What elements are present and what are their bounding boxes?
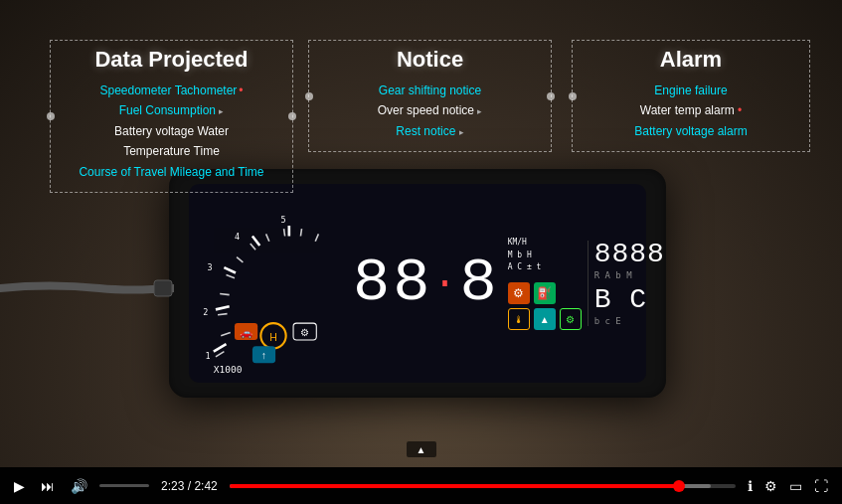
arc-speedometer: 1 2 3 4 5 X1000 🚗 H ⚙ ↑ xyxy=(194,189,353,378)
fullscreen-button[interactable]: ⛶ xyxy=(810,474,832,498)
video-controls-bar: ▶ ⏭ 🔊 2:23 / 2:42 ℹ ⚙ ▭ ⛶ xyxy=(0,467,842,504)
fullscreen-icon: ⛶ xyxy=(814,478,828,494)
svg-line-0 xyxy=(216,352,224,357)
volume-icon: 🔊 xyxy=(71,478,87,494)
svg-text:H: H xyxy=(269,331,277,343)
svg-text:5: 5 xyxy=(280,215,285,225)
current-time: 2:23 xyxy=(161,479,184,493)
svg-text:↑: ↑ xyxy=(261,349,266,361)
svg-line-11 xyxy=(214,344,227,351)
settings-icon: ⚙ xyxy=(764,478,777,494)
hud-device: 1 2 3 4 5 X1000 🚗 H ⚙ ↑ xyxy=(169,169,666,398)
info-icon: ℹ xyxy=(748,478,753,494)
next-icon: ⏭ xyxy=(41,478,55,494)
svg-text:X1000: X1000 xyxy=(214,364,243,375)
svg-line-5 xyxy=(237,257,243,262)
svg-text:4: 4 xyxy=(235,232,240,242)
volume-button[interactable]: 🔊 xyxy=(67,474,91,498)
svg-rect-30 xyxy=(154,280,172,296)
svg-line-7 xyxy=(266,234,269,241)
theater-button[interactable]: ▭ xyxy=(785,474,806,498)
svg-line-4 xyxy=(227,275,235,278)
expand-icon: ▲ xyxy=(417,444,426,455)
video-background: 1 2 3 4 5 X1000 🚗 H ⚙ ↑ xyxy=(0,0,842,467)
progress-bar[interactable] xyxy=(230,484,736,488)
time-display: 2:23 / 2:42 xyxy=(161,479,218,493)
play-button[interactable]: ▶ xyxy=(10,474,29,498)
svg-line-2 xyxy=(218,314,228,315)
total-time: 2:42 xyxy=(194,479,217,493)
right-controls: ℹ ⚙ ▭ ⛶ xyxy=(744,474,832,498)
svg-line-10 xyxy=(315,234,318,241)
volume-slider[interactable] xyxy=(99,484,149,487)
svg-text:2: 2 xyxy=(203,307,208,317)
svg-line-6 xyxy=(251,244,255,250)
svg-line-1 xyxy=(221,333,231,336)
progress-thumb xyxy=(673,480,685,492)
next-button[interactable]: ⏭ xyxy=(37,474,59,498)
svg-text:🚗: 🚗 xyxy=(240,326,253,339)
svg-text:⚙: ⚙ xyxy=(300,327,309,338)
svg-line-9 xyxy=(300,229,301,236)
theater-icon: ▭ xyxy=(789,478,802,494)
progress-filled xyxy=(230,484,680,488)
svg-line-8 xyxy=(284,229,285,236)
settings-button[interactable]: ⚙ xyxy=(760,474,781,498)
svg-line-14 xyxy=(253,237,259,247)
info-button[interactable]: ℹ xyxy=(744,474,757,498)
svg-line-13 xyxy=(224,267,236,272)
svg-line-12 xyxy=(216,306,230,309)
expand-button[interactable]: ▲ xyxy=(407,441,436,457)
play-icon: ▶ xyxy=(14,478,25,494)
svg-line-3 xyxy=(220,294,230,295)
svg-text:3: 3 xyxy=(208,262,213,272)
svg-text:1: 1 xyxy=(205,351,210,361)
